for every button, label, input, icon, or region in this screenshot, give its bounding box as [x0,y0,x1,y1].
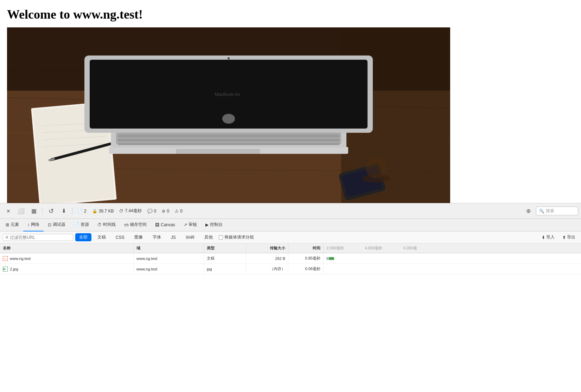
tab-resources[interactable]: 📄 资源 [70,219,93,231]
table-rows: </> www.ng.test www.ng.test 文稿 292 B 0.8… [0,253,581,274]
target-button[interactable]: ⊕ [522,206,535,216]
devtools-panel: ✕ ⬜ ▦ ↺ ⬇ 📄 2 🔒 39.7 KB ⏱ 7.44毫秒 💬 [0,203,581,274]
filter-js-button[interactable]: JS [167,234,180,241]
time-stat: ⏱ 7.44毫秒 [117,207,143,215]
export-button[interactable]: ⬆ 导出 [560,234,578,241]
media-group-label: 将媒体请求分组 [224,234,254,240]
svg-rect-20 [118,139,339,142]
row2-name: 🖼 2.jpg [0,264,134,274]
row1-domain: www.ng.test [134,253,204,263]
divider1 [42,208,43,215]
elements-icon: ⊞ [6,222,9,227]
header-timeline: 2.000毫秒 4.000毫秒 6.000毫 [324,243,581,253]
tab-storage[interactable]: 🗃 储存空间 [120,219,151,231]
header-time[interactable]: 时间 [288,243,324,253]
row1-bar-receive [329,257,334,260]
svg-point-27 [228,57,230,59]
split-button[interactable]: ▦ [28,206,39,216]
row1-timeline [324,253,581,263]
hero-svg: MacBook Air [7,27,450,203]
console-icon: ▶ [205,222,209,227]
row1-time: 0.85毫秒 [288,253,324,263]
search-icon: 🔍 [539,209,544,214]
page-content: Welcome to www.ng.test! [0,0,581,203]
filter-image-button[interactable]: 图像 [130,233,147,241]
inspect-icon: ⬜ [18,208,25,214]
row1-size: 292 B [246,253,288,263]
close-icon: ✕ [6,208,11,214]
time-icon: ⏱ [119,209,123,214]
row1-timeline-bar [326,256,369,261]
audit-icon: ↗ [184,222,187,227]
row2-timeline [324,264,581,274]
canvas-icon: 🖼 [155,222,159,227]
tab-canvas[interactable]: 🖼 Canvas [151,219,179,231]
target-icon: ⊕ [526,208,531,214]
devtools-filter-row: ⊕ 全部 文稿 CSS 图像 字体 JS XHR 其他 将媒体请求分组 ⬇ 导入… [0,231,581,243]
row2-timeline-bar [326,267,369,271]
header-size[interactable]: 传输大小 [246,243,288,253]
header-type[interactable]: 类型 [204,243,246,253]
tab-audit[interactable]: ↗ 审核 [179,219,201,231]
filter-input-wrap[interactable]: ⊕ [3,234,73,241]
tab-network[interactable]: ↕ 网络 [23,219,44,231]
size-stat: 🔒 39.7 KB [90,208,116,214]
svg-point-25 [222,114,235,124]
comment-icon: 💬 [147,209,153,214]
filter-url-input[interactable] [10,235,71,240]
filter-css-button[interactable]: CSS [112,234,128,241]
size-icon: 🔒 [92,209,97,214]
network-icon: ↕ [27,222,30,227]
row2-size: （内存） [246,264,288,274]
tab-timeline[interactable]: ⏱ 时间线 [93,219,120,231]
warning-icon: ⚠ [175,209,179,214]
timeline-label-1: 2.000毫秒 [326,246,344,251]
inspect-button[interactable]: ⬜ [15,206,27,216]
error-icon: ⊘ [162,209,165,214]
svg-rect-22 [176,149,260,154]
img-file-icon: 🖼 [3,267,8,272]
row1-name: </> www.ng.test [0,253,134,263]
timeline-icon: ⏱ [97,222,102,227]
tab-debugger[interactable]: ⊡ 调试器 [44,219,70,231]
tab-elements[interactable]: ⊞ 元素 [1,219,23,231]
svg-rect-21 [118,143,339,145]
close-button[interactable]: ✕ [3,206,14,216]
storage-icon: 🗃 [124,222,128,227]
warnings-stat: ⚠ 0 [173,208,185,214]
media-group-checkbox[interactable] [219,235,223,240]
debugger-icon: ⊡ [48,222,51,227]
hero-image: MacBook Air [7,27,450,203]
search-label: 搜索 [546,208,554,214]
import-button[interactable]: ⬇ 导入 [539,234,557,241]
download-button[interactable]: ⬇ [58,206,69,216]
media-group: 将媒体请求分组 [219,234,254,240]
errors-stat: ⊘ 0 [160,208,171,214]
table-row[interactable]: </> www.ng.test www.ng.test 文稿 292 B 0.8… [0,253,581,264]
split-icon: ▦ [31,208,37,214]
filter-doc-button[interactable]: 文稿 [94,233,110,241]
tab-console[interactable]: ▶ 控制台 [201,219,227,231]
timeline-label-2: 4.000毫秒 [365,246,383,251]
devtools-toolbar1: ✕ ⬜ ▦ ↺ ⬇ 📄 2 🔒 39.7 KB ⏱ 7.44毫秒 💬 [0,203,581,219]
refresh-button[interactable]: ↺ [45,206,57,216]
divider2 [72,208,72,215]
filter-xhr-button[interactable]: XHR [182,234,198,241]
page-icon: 📄 [77,209,83,214]
header-name[interactable]: 名称 [0,243,134,253]
search-box[interactable]: 🔍 搜索 [536,207,578,215]
comments-stat: 💬 0 [145,208,159,214]
filter-other-button[interactable]: 其他 [200,233,217,241]
refresh-icon: ↺ [49,207,54,215]
row1-type: 文稿 [204,253,246,263]
filter-font-button[interactable]: 字体 [149,233,165,241]
header-domain[interactable]: 域 [134,243,204,253]
filter-url-icon: ⊕ [5,235,8,240]
table-row[interactable]: 🖼 2.jpg www.ng.test jpg （内存） 0.06毫秒 [0,264,581,274]
import-icon: ⬇ [542,235,545,240]
row2-type: jpg [204,264,246,274]
html-file-icon: </> [3,256,8,261]
row1-bar-wait [326,257,329,260]
filter-all-button[interactable]: 全部 [75,233,91,241]
svg-rect-19 [118,135,339,137]
